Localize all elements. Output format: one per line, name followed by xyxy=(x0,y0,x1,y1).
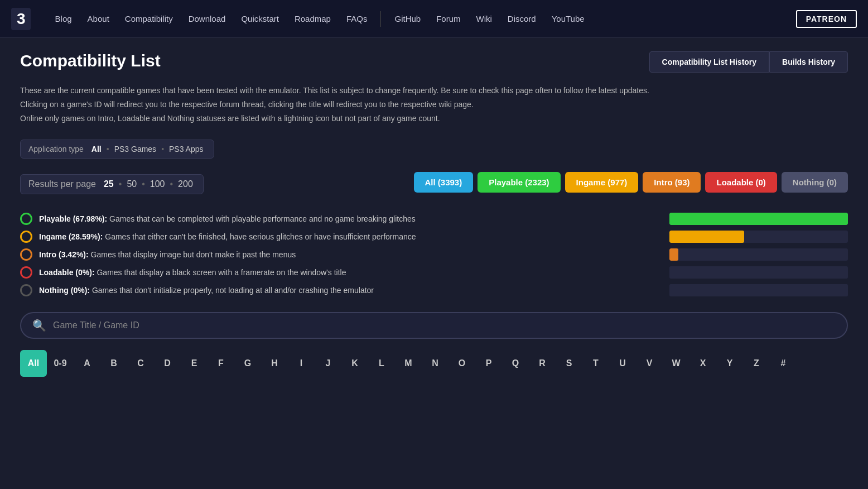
page-title: Compatibility List xyxy=(20,51,161,70)
results-100[interactable]: 100 xyxy=(148,178,167,190)
legend-bar-playable xyxy=(669,213,848,225)
alpha-b[interactable]: B xyxy=(100,350,127,377)
legend-label-playable: Playable (67.98%): xyxy=(39,214,107,223)
alphabet-bar: All 0-9 A B C D E F G H I J K L M N O P … xyxy=(20,350,848,377)
status-loadable-button[interactable]: Loadable (0) xyxy=(705,172,777,193)
nav-discord[interactable]: Discord xyxy=(501,11,543,27)
alpha-v[interactable]: V xyxy=(636,350,663,377)
nav-github[interactable]: GitHub xyxy=(388,11,427,27)
alpha-n[interactable]: N xyxy=(422,350,449,377)
app-type-filter-bar: Application type All • PS3 Games • PS3 A… xyxy=(20,140,214,159)
alpha-i[interactable]: I xyxy=(288,350,315,377)
legend-desc-ingame: Games that either can't be finished, hav… xyxy=(105,232,416,241)
alpha-f[interactable]: F xyxy=(208,350,234,377)
alpha-x[interactable]: X xyxy=(689,350,716,377)
alpha-p[interactable]: P xyxy=(475,350,502,377)
status-nothing-button[interactable]: Nothing (0) xyxy=(782,172,848,193)
alpha-o[interactable]: O xyxy=(449,350,475,377)
results-50[interactable]: 50 xyxy=(124,178,139,190)
legend-row-playable: Playable (67.98%): Games that can be com… xyxy=(20,213,848,225)
legend-dot-loadable xyxy=(20,266,32,279)
alpha-hash[interactable]: # xyxy=(770,350,797,377)
navigation: 3 Blog About Compatibility Download Quic… xyxy=(0,0,868,38)
filter-and-status: Results per page 25 • 50 • 100 • 200 All… xyxy=(20,172,848,204)
dot1: • xyxy=(107,145,109,154)
nav-faqs[interactable]: FAQs xyxy=(340,11,374,27)
legend-text-ingame: Ingame (28.59%): Games that either can't… xyxy=(39,232,660,241)
legend-row-nothing: Nothing (0%): Games that don't initializ… xyxy=(20,284,848,296)
app-type-ps3games[interactable]: PS3 Games xyxy=(112,143,158,155)
app-type-ps3apps[interactable]: PS3 Apps xyxy=(167,143,206,155)
alpha-k[interactable]: K xyxy=(341,350,368,377)
search-container: 🔍 xyxy=(20,312,848,339)
results-25[interactable]: 25 xyxy=(102,178,116,190)
legend-dot-intro xyxy=(20,248,32,261)
nav-roadmap[interactable]: Roadmap xyxy=(288,11,337,27)
page-header: Compatibility List Compatibility List Hi… xyxy=(20,51,848,73)
legend-text-loadable: Loadable (0%): Games that display a blac… xyxy=(39,268,660,277)
legend-bar-container-loadable xyxy=(669,266,848,279)
alpha-j[interactable]: J xyxy=(315,350,341,377)
legend-bar-nothing xyxy=(669,284,848,296)
nav-links: Blog About Compatibility Download Quicks… xyxy=(49,11,796,27)
alpha-h[interactable]: H xyxy=(261,350,288,377)
history-buttons: Compatibility List History Builds Histor… xyxy=(649,51,848,73)
legend-dot-ingame xyxy=(20,231,32,243)
app-type-all[interactable]: All xyxy=(89,143,104,155)
results-200[interactable]: 200 xyxy=(176,178,195,190)
alpha-r[interactable]: R xyxy=(529,350,556,377)
status-all-button[interactable]: All (3393) xyxy=(414,172,474,193)
legend-label-intro: Intro (3.42%): xyxy=(39,250,89,259)
alpha-l[interactable]: L xyxy=(368,350,395,377)
nav-separator xyxy=(380,11,381,27)
legend-bar-ingame xyxy=(669,231,744,243)
legend-bar-container-nothing xyxy=(669,284,848,296)
nav-forum[interactable]: Forum xyxy=(430,11,467,27)
results-per-page-bar: Results per page 25 • 50 • 100 • 200 xyxy=(20,174,204,194)
description-line1: These are the current compatible games t… xyxy=(20,84,848,98)
legend-row-ingame: Ingame (28.59%): Games that either can't… xyxy=(20,231,848,243)
status-intro-button[interactable]: Intro (93) xyxy=(643,172,701,193)
alpha-g[interactable]: G xyxy=(234,350,261,377)
legend-text-intro: Intro (3.42%): Games that display image … xyxy=(39,250,660,259)
alpha-s[interactable]: S xyxy=(556,350,582,377)
alpha-a[interactable]: A xyxy=(74,350,100,377)
app-type-label: Application type xyxy=(28,145,84,154)
alpha-y[interactable]: Y xyxy=(716,350,743,377)
alpha-c[interactable]: C xyxy=(127,350,154,377)
nav-youtube[interactable]: YouTube xyxy=(545,11,591,27)
nav-blog[interactable]: Blog xyxy=(49,11,79,27)
alpha-all[interactable]: All xyxy=(20,350,47,377)
legend-bar-intro xyxy=(669,248,678,261)
alpha-e[interactable]: E xyxy=(181,350,208,377)
legend: Playable (67.98%): Games that can be com… xyxy=(20,213,848,296)
nav-quickstart[interactable]: Quickstart xyxy=(234,11,286,27)
legend-desc-loadable: Games that display a black screen with a… xyxy=(97,268,346,277)
nav-download[interactable]: Download xyxy=(182,11,233,27)
search-icon: 🔍 xyxy=(32,319,46,332)
search-input[interactable] xyxy=(53,320,836,330)
legend-dot-playable xyxy=(20,213,32,225)
compatibility-history-button[interactable]: Compatibility List History xyxy=(649,51,770,73)
alpha-u[interactable]: U xyxy=(609,350,636,377)
alpha-z[interactable]: Z xyxy=(743,350,770,377)
alpha-w[interactable]: W xyxy=(663,350,689,377)
alpha-t[interactable]: T xyxy=(582,350,609,377)
builds-history-button[interactable]: Builds History xyxy=(769,51,848,73)
status-ingame-button[interactable]: Ingame (977) xyxy=(565,172,639,193)
dot4: • xyxy=(142,179,145,189)
alpha-m[interactable]: M xyxy=(395,350,422,377)
nav-compatibility[interactable]: Compatibility xyxy=(118,11,180,27)
alpha-q[interactable]: Q xyxy=(502,350,529,377)
status-playable-button[interactable]: Playable (2323) xyxy=(478,172,560,193)
legend-desc-playable: Games that can be completed with playabl… xyxy=(109,214,416,223)
alpha-09[interactable]: 0-9 xyxy=(47,350,74,377)
nav-wiki[interactable]: Wiki xyxy=(470,11,499,27)
description-line3: Online only games on Intro, Loadable and… xyxy=(20,112,848,126)
legend-row-loadable: Loadable (0%): Games that display a blac… xyxy=(20,266,848,279)
results-per-page-label: Results per page xyxy=(28,179,96,189)
nav-about[interactable]: About xyxy=(81,11,116,27)
patreon-button[interactable]: PATREON xyxy=(796,10,857,28)
alpha-d[interactable]: D xyxy=(154,350,181,377)
site-logo[interactable]: 3 xyxy=(11,8,31,30)
